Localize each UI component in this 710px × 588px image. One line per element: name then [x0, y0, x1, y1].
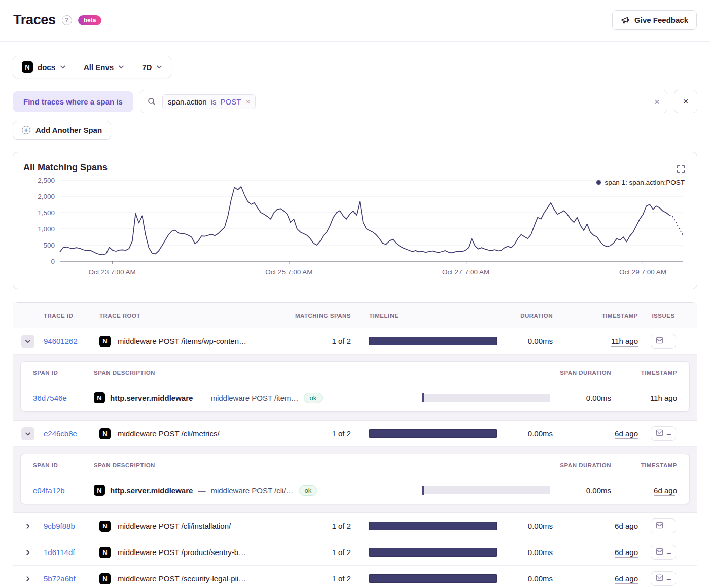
search-row: Find traces where a span is span.action …: [13, 90, 697, 113]
span-timestamp-value[interactable]: 11h ago: [650, 394, 677, 403]
span-duration-value: 0.00ms: [550, 486, 611, 495]
issues-button[interactable]: –: [651, 545, 676, 560]
expand-row-chevron[interactable]: [21, 335, 34, 348]
nextjs-project-icon: N: [99, 428, 111, 439]
trace-id-link[interactable]: 9cb9f88b: [44, 522, 75, 530]
chevron-down-icon: [118, 65, 124, 69]
add-another-span-button[interactable]: + Add Another Span: [13, 121, 111, 140]
nextjs-project-icon: N: [22, 61, 33, 73]
timestamp-value[interactable]: 6d ago: [615, 522, 638, 531]
col-span-id: Span ID: [33, 462, 94, 468]
timeline-bar[interactable]: [369, 522, 497, 530]
span-status-badge: ok: [304, 393, 323, 403]
trace-id-link[interactable]: 94601262: [44, 337, 78, 345]
nextjs-project-icon: N: [99, 573, 111, 584]
issues-count: –: [667, 548, 671, 557]
expanded-spans-section: Span ID Span Description Span Duration T…: [13, 355, 697, 421]
filter-bar: N docs All Envs 7D: [13, 56, 171, 78]
traces-table: Trace ID Trace Root Matching Spans Timel…: [13, 302, 697, 588]
col-span-timestamp: Timestamp: [611, 462, 677, 468]
matching-spans-value: 1 of 2: [290, 522, 351, 530]
expanded-spans-section: Span ID Span Description Span Duration T…: [13, 447, 697, 513]
span-id-link[interactable]: e04fa12b: [33, 486, 65, 495]
col-duration: Duration: [497, 313, 553, 319]
matching-spans-value: 1 of 2: [290, 429, 351, 438]
svg-text:Oct 27 7:00 AM: Oct 27 7:00 AM: [442, 268, 489, 276]
issues-button[interactable]: –: [651, 518, 676, 533]
chart-title: All Matching Spans: [23, 162, 687, 173]
issues-count: –: [667, 575, 671, 583]
time-period-filter[interactable]: 7D: [133, 56, 171, 78]
spans-table-header: Span ID Span Description Span Duration T…: [21, 362, 689, 384]
duration-value: 0.00ms: [497, 548, 553, 557]
span-search-input[interactable]: span.action is POST × ×: [140, 90, 667, 113]
page-header: Traces ? beta Give Feedback: [0, 0, 710, 42]
chevron-down-icon: [156, 65, 162, 69]
close-icon: ×: [683, 96, 688, 107]
col-span-duration: Span Duration: [550, 462, 611, 468]
traces-table-header: Trace ID Trace Root Matching Spans Timel…: [13, 303, 697, 328]
spans-table-header: Span ID Span Description Span Duration T…: [21, 454, 689, 476]
legend-dot-icon: [596, 180, 601, 185]
svg-text:2,500: 2,500: [38, 177, 55, 184]
environment-filter[interactable]: All Envs: [75, 56, 133, 78]
expand-row-chevron[interactable]: [21, 546, 34, 559]
span-timestamp-value[interactable]: 6d ago: [654, 486, 677, 496]
col-span-id: Span ID: [33, 370, 94, 376]
search-filter-token[interactable]: span.action is POST ×: [162, 94, 256, 109]
col-span-timestamp: Timestamp: [611, 370, 677, 376]
svg-text:Oct 25 7:00 AM: Oct 25 7:00 AM: [265, 268, 312, 276]
col-trace-id: Trace ID: [44, 313, 99, 319]
timestamp-value[interactable]: 6d ago: [615, 548, 638, 558]
matching-spans-value: 1 of 2: [290, 548, 351, 557]
timeline-bar[interactable]: [369, 337, 497, 345]
help-icon[interactable]: ?: [62, 15, 72, 25]
trace-id-link[interactable]: 1d6114df: [44, 548, 75, 557]
issues-button[interactable]: –: [651, 426, 676, 441]
expand-chart-icon[interactable]: [677, 165, 685, 175]
spans-line-chart[interactable]: 05001,0001,5002,0002,500Oct 23 7:00 AMOc…: [23, 175, 687, 282]
expand-row-chevron[interactable]: [21, 572, 34, 585]
expand-row-chevron[interactable]: [21, 520, 34, 533]
svg-text:Oct 29 7:00 AM: Oct 29 7:00 AM: [619, 268, 666, 276]
duration-value: 0.00ms: [497, 574, 553, 583]
col-span-description: Span Description: [94, 370, 422, 376]
span-op-text: http.server.middleware: [110, 394, 193, 402]
remove-token-icon[interactable]: ×: [245, 98, 250, 106]
remove-span-query-button[interactable]: ×: [674, 90, 697, 113]
timeline-bar[interactable]: [369, 574, 497, 583]
table-row: 94601262 N middleware POST /items/wp-con…: [13, 328, 697, 355]
col-timeline: Timeline: [369, 313, 497, 319]
issues-count: –: [667, 522, 671, 530]
expand-row-chevron[interactable]: [21, 427, 34, 440]
trace-root-text: middleware POST /cli/metrics/: [118, 429, 220, 438]
issues-button[interactable]: –: [651, 334, 676, 349]
megaphone-icon: [621, 16, 630, 24]
trace-id-link[interactable]: 5b72a6bf: [44, 574, 76, 583]
span-timeline-bar[interactable]: [422, 486, 550, 494]
trace-id-link[interactable]: e246cb8e: [44, 429, 77, 438]
span-timeline-bar[interactable]: [422, 394, 550, 402]
project-filter[interactable]: N docs: [13, 56, 75, 78]
issues-button[interactable]: –: [651, 571, 676, 586]
span-id-link[interactable]: 36d7546e: [33, 394, 67, 402]
span-description-text: middleware POST /item…: [210, 394, 298, 402]
issue-box-icon: [656, 429, 663, 438]
give-feedback-button[interactable]: Give Feedback: [612, 10, 697, 30]
table-row: 5b72a6bf N middleware POST /security-leg…: [13, 566, 697, 588]
nextjs-project-icon: N: [99, 336, 111, 347]
matching-spans-value: 1 of 2: [290, 574, 351, 583]
search-icon: [148, 97, 156, 106]
timeline-bar[interactable]: [369, 548, 497, 557]
timestamp-value[interactable]: 11h ago: [611, 337, 638, 347]
nextjs-project-icon: N: [99, 547, 111, 558]
clear-search-icon[interactable]: ×: [654, 97, 660, 107]
nextjs-project-icon: N: [94, 485, 105, 496]
issue-box-icon: [656, 522, 663, 530]
timestamp-value[interactable]: 6d ago: [615, 574, 638, 584]
nextjs-project-icon: N: [94, 392, 105, 403]
trace-root-text: middleware POST /security-legal-pii…: [118, 574, 246, 583]
timestamp-value[interactable]: 6d ago: [615, 429, 638, 439]
timeline-bar[interactable]: [369, 429, 497, 438]
col-span-description: Span Description: [94, 462, 422, 468]
